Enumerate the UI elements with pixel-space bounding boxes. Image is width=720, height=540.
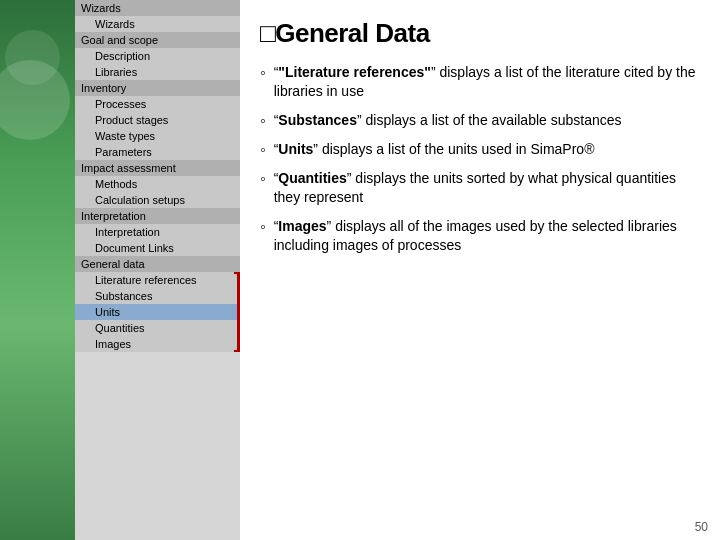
sidebar-section-wizards[interactable]: Wizards — [75, 0, 240, 16]
sidebar-item-wizards[interactable]: Wizards — [75, 16, 240, 32]
sidebar-item-lit-refs[interactable]: Literature references — [75, 272, 240, 288]
list-item-text: “Substances” displays a list of the avai… — [274, 111, 622, 130]
general-data-group: Literature references Substances Units Q… — [75, 272, 240, 352]
bold-text-units: Units — [278, 141, 313, 157]
sidebar-item-product-stages[interactable]: Product stages — [75, 112, 240, 128]
main-content: □General Data “"Literature references"” … — [240, 0, 720, 540]
list-item-substances: “Substances” displays a list of the avai… — [260, 111, 700, 130]
bold-text-substances: Substances — [278, 112, 357, 128]
sidebar-item-units[interactable]: Units — [75, 304, 240, 320]
sidebar-item-description[interactable]: Description — [75, 48, 240, 64]
sidebar-section-general-data[interactable]: General data — [75, 256, 240, 272]
list-item-units: “Units” displays a list of the units use… — [260, 140, 700, 159]
sidebar-item-substances[interactable]: Substances — [75, 288, 240, 304]
bold-text-quantities: Quantities — [278, 170, 346, 186]
list-item-text: “Units” displays a list of the units use… — [274, 140, 595, 159]
bold-text-images: Images — [278, 218, 326, 234]
list-item-text: “"Literature references"” displays a lis… — [274, 63, 700, 101]
sidebar-item-interpretation[interactable]: Interpretation — [75, 224, 240, 240]
sidebar-nav: Wizards Wizards Goal and scope Descripti… — [75, 0, 240, 540]
list-item-text: “Images” displays all of the images used… — [274, 217, 700, 255]
page-title: □General Data — [260, 18, 700, 49]
sidebar-item-methods[interactable]: Methods — [75, 176, 240, 192]
sidebar-item-waste-types[interactable]: Waste types — [75, 128, 240, 144]
sidebar-section-interpretation[interactable]: Interpretation — [75, 208, 240, 224]
list-item-text: “Quantities” displays the units sorted b… — [274, 169, 700, 207]
sidebar-item-processes[interactable]: Processes — [75, 96, 240, 112]
sidebar-item-libraries[interactable]: Libraries — [75, 64, 240, 80]
left-decoration-panel — [0, 0, 75, 540]
page-number: 50 — [695, 520, 708, 534]
sidebar-item-quantities[interactable]: Quantities — [75, 320, 240, 336]
sidebar-item-images[interactable]: Images — [75, 336, 240, 352]
sidebar-item-parameters[interactable]: Parameters — [75, 144, 240, 160]
bold-text: "Literature references" — [278, 64, 431, 80]
list-item-images: “Images” displays all of the images used… — [260, 217, 700, 255]
sidebar-section-goal[interactable]: Goal and scope — [75, 32, 240, 48]
list-item-quantities: “Quantities” displays the units sorted b… — [260, 169, 700, 207]
sidebar-section-inventory[interactable]: Inventory — [75, 80, 240, 96]
sidebar-section-impact[interactable]: Impact assessment — [75, 160, 240, 176]
bullet-list: “"Literature references"” displays a lis… — [260, 63, 700, 255]
sidebar-item-calc-setups[interactable]: Calculation setups — [75, 192, 240, 208]
list-item-literature: “"Literature references"” displays a lis… — [260, 63, 700, 101]
sidebar-item-doc-links[interactable]: Document Links — [75, 240, 240, 256]
